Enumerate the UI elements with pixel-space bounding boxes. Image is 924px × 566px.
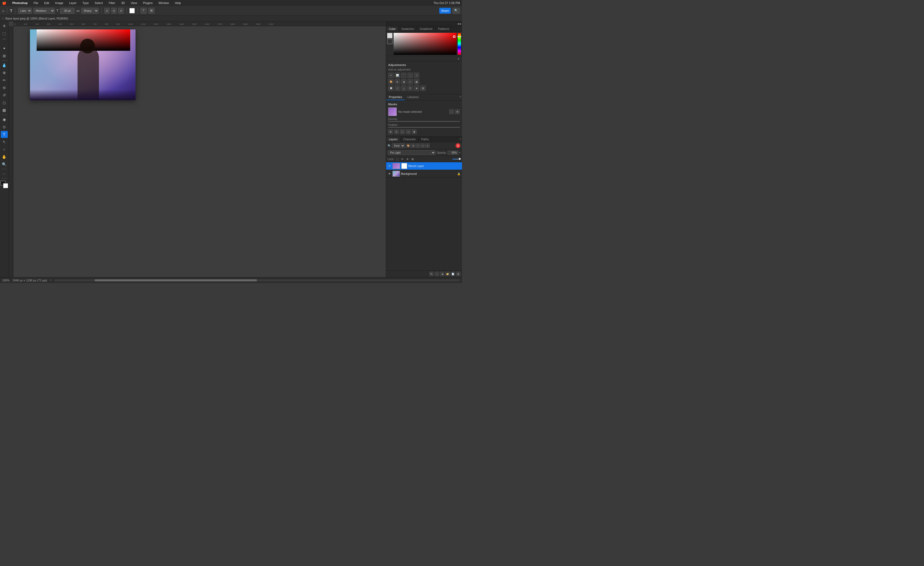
shape-tool[interactable]: ○ xyxy=(1,146,8,153)
move-tool[interactable]: ✛ xyxy=(1,22,8,29)
background-color-chip[interactable] xyxy=(387,39,393,44)
text-color-swatch[interactable] xyxy=(129,8,135,13)
lock-pixels-icon[interactable]: ✏ xyxy=(400,157,405,161)
density-bar[interactable] xyxy=(388,121,460,122)
type-menu[interactable]: Type xyxy=(81,1,90,5)
file-menu[interactable]: File xyxy=(32,1,39,5)
foreground-color-chip[interactable] xyxy=(387,33,393,38)
foreground-bg-colors[interactable] xyxy=(0,181,8,188)
path-selection-tool[interactable]: ↖ xyxy=(1,138,8,145)
status-arrow-icon[interactable]: > xyxy=(50,279,51,282)
posterize-icon[interactable]: △ xyxy=(401,85,406,91)
lock-artboards-icon[interactable]: ⊞ xyxy=(410,157,415,161)
new-layer-button[interactable]: 📄 xyxy=(451,272,455,276)
hue-slider[interactable] xyxy=(458,33,461,55)
text-tool[interactable]: T xyxy=(1,131,8,138)
threshold-icon[interactable]: ⊡ xyxy=(408,85,413,91)
collapse-panel-icon[interactable]: ◀◀ xyxy=(457,22,461,25)
brightness-contrast-icon[interactable]: ☀ xyxy=(388,73,393,78)
tab-layers[interactable]: Layers xyxy=(386,136,400,142)
history-brush-tool[interactable]: ↺ xyxy=(1,92,8,99)
font-family-select[interactable]: Lato xyxy=(18,8,32,13)
more-tools-button[interactable]: ··· xyxy=(1,170,8,177)
help-menu[interactable]: Help xyxy=(174,1,182,5)
canvas-area[interactable]: 0100200300400500600700800900100011001200… xyxy=(9,21,386,277)
feather-bar[interactable] xyxy=(388,127,460,128)
color-picker-gradient[interactable] xyxy=(393,33,457,55)
crop-tool[interactable]: ⊞ xyxy=(1,52,8,59)
color-balance-icon[interactable]: ⊕ xyxy=(394,79,400,84)
adjustment-layer-button[interactable]: ◑ xyxy=(440,272,444,276)
align-left-button[interactable]: ≡ xyxy=(104,8,110,13)
levels-icon[interactable]: 📊 xyxy=(394,73,400,78)
photo-filter-icon[interactable]: ⬡ xyxy=(408,79,413,84)
fill-slider[interactable] xyxy=(452,159,460,160)
filter-adjustment-icon[interactable]: ⊕ xyxy=(411,144,415,148)
filter-smart-icon[interactable]: ⊙ xyxy=(425,144,430,148)
stamp-tool[interactable]: ⊖ xyxy=(1,84,8,91)
background-layer-row[interactable]: 👁 Background 🔒 xyxy=(386,170,462,178)
align-center-button[interactable]: ≡ xyxy=(111,8,117,13)
edit-menu[interactable]: Edit xyxy=(43,1,50,5)
magic-wand-tool[interactable]: ✦ xyxy=(1,45,8,52)
layer-fx-button[interactable]: fx xyxy=(429,272,434,276)
window-menu[interactable]: Window xyxy=(158,1,170,5)
selective-color-icon[interactable]: ◈ xyxy=(414,85,419,91)
tab-close-button[interactable]: × xyxy=(2,17,3,20)
anti-alias-select[interactable]: Sharp xyxy=(81,8,99,13)
search-button[interactable]: 🔍 xyxy=(452,8,460,13)
brush-tool[interactable]: ✏ xyxy=(1,77,8,84)
gradient-map-icon[interactable]: ▥ xyxy=(420,85,426,91)
tool-home-icon[interactable]: ⌂ xyxy=(2,9,4,13)
align-right-button[interactable]: ≡ xyxy=(118,8,123,13)
font-size-input[interactable] xyxy=(60,8,75,13)
lock-position-icon[interactable]: ✛ xyxy=(405,157,410,161)
panel-options-icon[interactable]: ▲ xyxy=(458,57,460,60)
share-button[interactable]: Share xyxy=(439,8,451,13)
plugins-menu[interactable]: Plugins xyxy=(142,1,154,5)
3d-menu[interactable]: 3D xyxy=(120,1,126,5)
layer-menu[interactable]: Layer xyxy=(68,1,78,5)
exposure-icon[interactable]: ⬚ xyxy=(408,73,413,78)
tab-patterns[interactable]: Patterns xyxy=(435,26,452,31)
properties-options-icon[interactable]: ≡ xyxy=(459,94,462,100)
filter-mask-button[interactable]: ⊞ xyxy=(388,129,393,134)
eyedropper-tool[interactable]: 💧 xyxy=(1,62,8,69)
blend-mode-select[interactable]: Pin Light xyxy=(388,150,435,155)
select-subject-button[interactable]: ◻ xyxy=(406,129,411,134)
warp-text-button[interactable]: ⊤ xyxy=(140,8,147,13)
view-menu[interactable]: View xyxy=(130,1,138,5)
blend-layer-visibility[interactable]: 👁 xyxy=(388,164,392,168)
add-mask-button[interactable]: ⬚ xyxy=(435,272,439,276)
dodge-tool[interactable]: ⊙ xyxy=(1,123,8,130)
hue-sat-icon[interactable]: 🎨 xyxy=(388,79,393,84)
color-lookup-icon[interactable]: 🔲 xyxy=(388,85,393,91)
vibrance-icon[interactable]: ▽ xyxy=(414,73,419,78)
blur-tool[interactable]: ◉ xyxy=(1,116,8,123)
filter-pixel-icon[interactable]: 🎨 xyxy=(406,144,410,148)
delete-mask-button[interactable]: 🗑 xyxy=(412,129,417,134)
document-tab-label[interactable]: Base layer.jpeg @ 100% (Blend Layer, RGB… xyxy=(5,17,68,20)
tab-color[interactable]: Color xyxy=(386,26,399,31)
refine-mask-button[interactable]: ⬡ xyxy=(400,129,405,134)
tab-paths[interactable]: Paths xyxy=(418,136,432,142)
filter-shape-icon[interactable]: ⬡ xyxy=(420,144,425,148)
filter-menu[interactable]: Filter xyxy=(108,1,116,5)
opacity-input[interactable] xyxy=(448,151,458,155)
mask-thumbnail[interactable] xyxy=(388,108,397,116)
select-menu[interactable]: Select xyxy=(94,1,104,5)
toggle-char-panel-button[interactable]: ⊞ xyxy=(148,8,154,13)
apple-menu[interactable]: 🍎 xyxy=(2,1,6,5)
blend-layer-row[interactable]: 👁 Blend Layer xyxy=(386,162,462,170)
background-layer-visibility[interactable]: 👁 xyxy=(388,172,392,175)
text-tool-icon[interactable]: T xyxy=(10,9,12,13)
hand-tool[interactable]: ✋ xyxy=(1,153,8,160)
lock-transparency-icon[interactable]: ⬚ xyxy=(395,157,399,161)
font-weight-select[interactable]: Medium xyxy=(33,8,55,13)
tab-channels[interactable]: Channels xyxy=(400,136,418,142)
gradient-tool[interactable]: ▦ xyxy=(1,106,8,114)
horizontal-scrollbar[interactable] xyxy=(54,279,460,282)
bw-icon[interactable]: ◑ xyxy=(401,79,406,84)
image-menu[interactable]: Image xyxy=(54,1,64,5)
tab-properties[interactable]: Properties xyxy=(386,94,405,100)
